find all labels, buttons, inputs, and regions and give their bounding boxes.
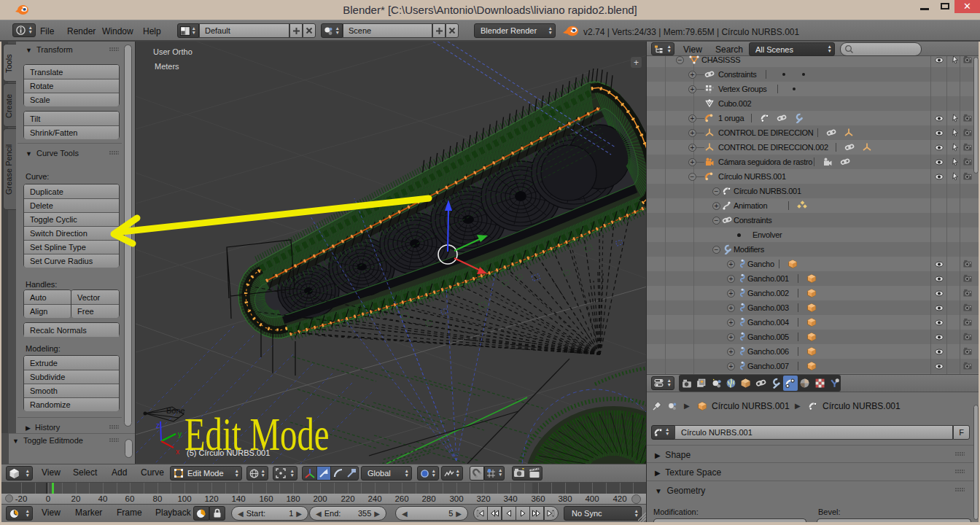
svg-text:x: x [176,448,179,456]
svg-text:y: y [178,430,182,438]
svg-text:z: z [156,421,160,429]
svg-text:+: + [634,58,639,68]
svg-text:Bone: Bone [166,406,185,415]
